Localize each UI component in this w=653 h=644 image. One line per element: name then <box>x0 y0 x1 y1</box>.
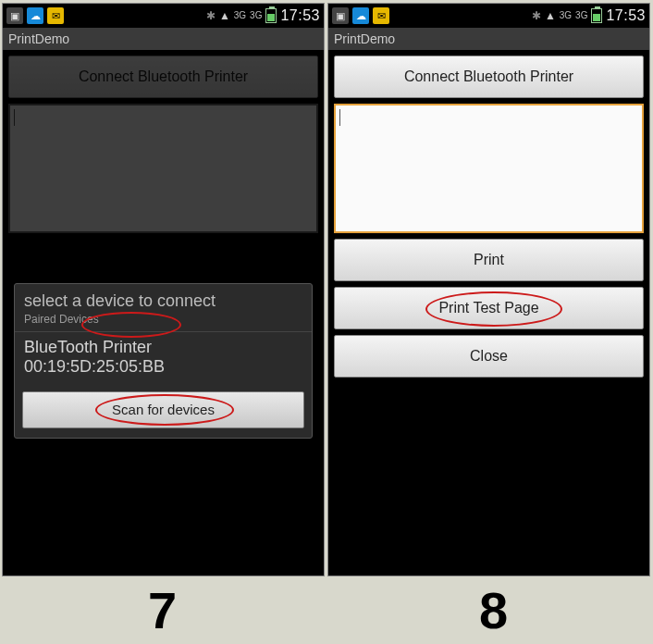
app-title: PrintDemo <box>328 28 649 50</box>
status-bar: ▣ ☁ ✉ ✱ ▲ 3G 3G 17:53 <box>328 4 649 28</box>
paired-device-item[interactable]: BlueTooth Printer 00:19:5D:25:05:BB <box>15 331 312 386</box>
net-indicator-1: 3G <box>234 11 246 20</box>
gallery-icon: ▣ <box>332 7 349 24</box>
phone-screen-7: ▣ ☁ ✉ ✱ ▲ 3G 3G 17:53 PrintDemo Connect … <box>2 3 325 576</box>
bluetooth-icon: ✱ <box>532 9 541 22</box>
signal-icon: ▲ <box>219 9 230 22</box>
signal-icon: ▲ <box>545 9 556 22</box>
device-dialog: select a device to connect Paired Device… <box>14 283 313 439</box>
print-button[interactable]: Print <box>334 239 644 281</box>
battery-icon <box>591 8 602 23</box>
clock: 17:53 <box>280 7 320 24</box>
phone-screen-8: ▣ ☁ ✉ ✱ ▲ 3G 3G 17:53 PrintDemo Connect … <box>327 3 650 576</box>
scan-button[interactable]: Scan for devices <box>22 391 304 428</box>
scan-button-label: Scan for devices <box>112 402 215 417</box>
close-button[interactable]: Close <box>334 335 644 378</box>
bluetooth-icon: ✱ <box>206 9 216 22</box>
net-indicator-1: 3G <box>560 11 572 20</box>
app-title: PrintDemo <box>3 28 324 50</box>
app-content: Connect Bluetooth Printer select a devic… <box>3 50 324 576</box>
status-bar: ▣ ☁ ✉ ✱ ▲ 3G 3G 17:53 <box>3 4 324 28</box>
step-number-7: 7 <box>148 580 177 640</box>
dialog-subtitle: Paired Devices <box>15 313 312 331</box>
net-indicator-2: 3G <box>575 11 587 20</box>
cloud-icon: ☁ <box>352 7 369 24</box>
gallery-icon: ▣ <box>6 7 23 24</box>
battery-icon <box>265 8 277 23</box>
connect-button[interactable]: Connect Bluetooth Printer <box>334 56 644 98</box>
device-name: BlueTooth Printer <box>24 338 302 357</box>
mail-icon: ✉ <box>47 7 64 24</box>
net-indicator-2: 3G <box>250 11 262 20</box>
print-test-label: Print Test Page <box>438 300 538 316</box>
cloud-icon: ☁ <box>27 7 43 24</box>
clock: 17:53 <box>606 7 646 24</box>
dialog-title: select a device to connect <box>15 284 312 313</box>
mail-icon: ✉ <box>373 7 389 24</box>
text-input[interactable] <box>334 104 644 233</box>
step-number-8: 8 <box>479 580 508 640</box>
print-test-button[interactable]: Print Test Page <box>334 287 644 329</box>
app-content: Connect Bluetooth Printer Print Print Te… <box>328 50 649 576</box>
device-mac: 00:19:5D:25:05:BB <box>24 357 302 377</box>
